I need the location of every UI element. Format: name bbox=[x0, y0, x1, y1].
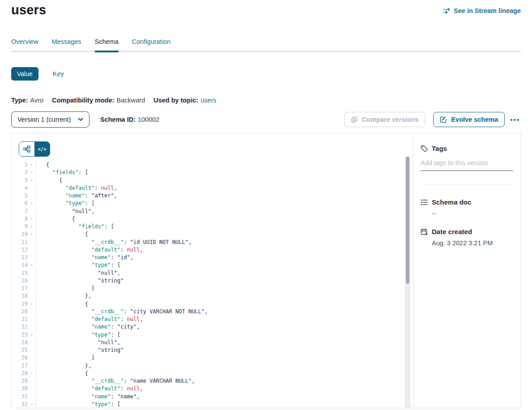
code-line: 13 "name": "id", bbox=[12, 254, 413, 261]
tree-view-button[interactable] bbox=[19, 142, 34, 156]
version-select[interactable]: Version 1 (current) bbox=[11, 111, 89, 128]
evolve-schema-button[interactable]: Evolve schema bbox=[433, 112, 505, 127]
code-view-button[interactable]: </> bbox=[34, 142, 50, 156]
schema-doc-title: Schema doc bbox=[432, 198, 471, 206]
fold-toggle-icon[interactable]: ▾ bbox=[28, 177, 36, 184]
code-line: 14▾ "type": [ bbox=[12, 261, 413, 269]
code-line: 2▾ "fields": [ bbox=[12, 169, 413, 176]
code-line: 25 "string" bbox=[12, 346, 413, 354]
code-text: "null", bbox=[36, 339, 413, 346]
code-text: "default": null, bbox=[36, 385, 413, 393]
code-line: 17 ] bbox=[12, 285, 413, 292]
code-text: "fields": [ bbox=[36, 169, 413, 176]
code-line: 15 "null", bbox=[12, 269, 413, 277]
code-line: 4 "default": null, bbox=[12, 184, 413, 192]
code-line: 26 ] bbox=[12, 354, 413, 362]
key-toggle-button[interactable]: Key bbox=[50, 70, 67, 78]
code-line: 18 }, bbox=[12, 292, 413, 300]
editor-scrollbar-track[interactable] bbox=[405, 156, 410, 408]
compare-versions-icon bbox=[351, 116, 358, 123]
doc-list-icon bbox=[421, 199, 428, 206]
used-by-topic-link[interactable]: users bbox=[200, 97, 216, 104]
code-line: 29 "__crdb__": "name VARCHAR NULL", bbox=[12, 377, 413, 385]
code-line: 8▾ { bbox=[12, 215, 413, 223]
tag-icon bbox=[421, 145, 428, 152]
code-line: 12 "default": null, bbox=[12, 246, 413, 254]
tags-title: Tags bbox=[432, 145, 447, 152]
fold-spacer bbox=[28, 385, 36, 393]
tab-overview[interactable]: Overview bbox=[11, 38, 38, 52]
code-text: "string" bbox=[36, 277, 413, 285]
line-number: 27 bbox=[12, 362, 28, 370]
line-number: 12 bbox=[12, 246, 28, 254]
tags-input[interactable] bbox=[421, 158, 513, 171]
fold-toggle-icon[interactable]: ▾ bbox=[28, 331, 36, 339]
code-line: 9▾ "fields": [ bbox=[12, 223, 413, 231]
editor-scrollbar-thumb[interactable] bbox=[406, 157, 409, 284]
fold-spacer bbox=[28, 339, 36, 346]
meta-used-by-topic: Used by topic:users bbox=[153, 97, 216, 104]
code-text: }, bbox=[36, 292, 413, 300]
schema-doc-section: Schema doc -- bbox=[421, 198, 513, 217]
calendar-plus-icon bbox=[421, 228, 428, 235]
code-editor[interactable]: 1▾{2▾ "fields": [3▾ {4 "default": null,5… bbox=[12, 161, 413, 408]
code-line: 6▾ "type": [ bbox=[12, 200, 413, 207]
tab-schema[interactable]: Schema bbox=[95, 38, 119, 52]
fold-toggle-icon[interactable]: ▾ bbox=[28, 370, 36, 377]
line-number: 25 bbox=[12, 346, 28, 354]
line-number: 18 bbox=[12, 292, 28, 300]
code-text: "name": "city", bbox=[36, 323, 413, 331]
fold-spacer bbox=[28, 354, 36, 362]
meta-type: Type:Avro bbox=[11, 97, 43, 104]
fold-toggle-icon[interactable]: ▾ bbox=[28, 161, 36, 169]
tab-configuration[interactable]: Configuration bbox=[132, 38, 170, 52]
schema-card: </> 1▾{2▾ "fields": [3▾ {4 "default": nu… bbox=[11, 133, 521, 408]
code-text: { bbox=[36, 161, 413, 169]
tags-heading: Tags bbox=[421, 145, 513, 152]
code-line: 11 "__crdb__": "id UUID NOT NULL", bbox=[12, 239, 413, 246]
line-number: 16 bbox=[12, 277, 28, 285]
fold-spacer bbox=[28, 246, 36, 254]
more-actions-button[interactable]: ••• bbox=[509, 114, 521, 125]
code-line: 24 "null", bbox=[12, 339, 413, 346]
line-number: 19 bbox=[12, 300, 28, 308]
fold-toggle-icon[interactable]: ▾ bbox=[28, 300, 36, 308]
code-text: "default": null, bbox=[36, 316, 413, 323]
fold-spacer bbox=[28, 323, 36, 331]
code-text: { bbox=[36, 300, 413, 308]
line-number: 17 bbox=[12, 285, 28, 292]
line-number: 14 bbox=[12, 261, 28, 269]
compare-versions-button[interactable]: Compare versions bbox=[344, 112, 426, 127]
used-by-topic-label: Used by topic: bbox=[153, 97, 198, 104]
fold-toggle-icon[interactable]: ▾ bbox=[28, 215, 36, 223]
fold-toggle-icon[interactable]: ▾ bbox=[28, 169, 36, 176]
code-text: "default": null, bbox=[36, 184, 413, 192]
version-select-value: Version 1 (current) bbox=[17, 116, 71, 123]
code-line: 21 "default": null, bbox=[12, 316, 413, 323]
line-number: 5 bbox=[12, 192, 28, 200]
see-in-stream-lineage-link[interactable]: See in Stream lineage bbox=[443, 7, 521, 14]
line-number: 28 bbox=[12, 370, 28, 377]
value-toggle-button[interactable]: Value bbox=[11, 67, 38, 81]
fold-toggle-icon[interactable]: ▾ bbox=[28, 223, 36, 231]
tree-view-icon bbox=[23, 145, 30, 153]
fold-toggle-icon[interactable]: ▾ bbox=[28, 231, 36, 238]
meta-compatibility: Compatibility mode:Backward bbox=[52, 97, 145, 104]
code-text: "name": "id", bbox=[36, 254, 413, 261]
schema-editor-pane: </> 1▾{2▾ "fields": [3▾ {4 "default": nu… bbox=[12, 133, 413, 408]
tab-messages[interactable]: Messages bbox=[51, 38, 81, 52]
fold-toggle-icon[interactable]: ▾ bbox=[28, 200, 36, 207]
fold-spacer bbox=[28, 277, 36, 285]
fold-spacer bbox=[28, 269, 36, 277]
fold-toggle-icon[interactable]: ▾ bbox=[28, 261, 36, 269]
line-number: 15 bbox=[12, 269, 28, 277]
schema-page: users See in Stream lineage Overview Mes… bbox=[0, 0, 532, 408]
code-text: ] bbox=[36, 354, 413, 362]
code-text: { bbox=[36, 231, 413, 238]
line-number: 31 bbox=[12, 393, 28, 401]
fold-toggle-icon[interactable]: ▾ bbox=[28, 401, 36, 408]
line-number: 7 bbox=[12, 208, 28, 215]
sidebar-divider bbox=[421, 184, 513, 184]
compatibility-value: Backward bbox=[117, 97, 145, 104]
line-number: 8 bbox=[12, 215, 28, 223]
